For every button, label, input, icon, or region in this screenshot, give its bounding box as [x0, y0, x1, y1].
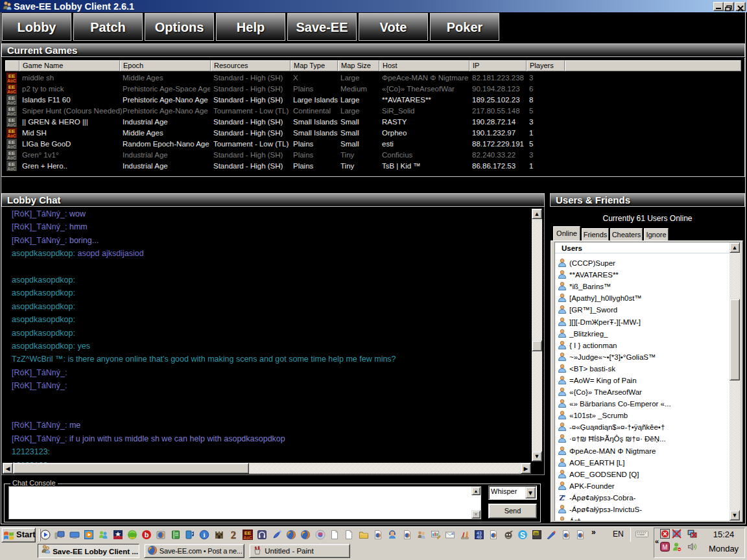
- svg-text:AoC: AoC: [7, 145, 16, 149]
- svg-text:AoC: AoC: [7, 100, 16, 105]
- svg-text:i: i: [203, 531, 205, 539]
- svg-text:AoC: AoC: [7, 134, 16, 138]
- svg-text:AoC: AoC: [7, 89, 16, 94]
- svg-text:AoC: AoC: [7, 156, 16, 160]
- svg-text:AoC: AoC: [7, 78, 16, 83]
- svg-text:AoC: AoC: [7, 167, 16, 171]
- svg-text:99: 99: [534, 531, 538, 535]
- svg-text:M: M: [662, 544, 667, 551]
- svg-text:z: z: [563, 493, 565, 498]
- svg-text:4D: 4D: [477, 535, 482, 540]
- svg-text:b: b: [145, 531, 149, 539]
- svg-text:AoC: AoC: [243, 535, 252, 540]
- svg-text:AoC: AoC: [7, 111, 16, 116]
- svg-text:S: S: [520, 531, 525, 540]
- svg-text:AoC: AoC: [7, 122, 16, 127]
- svg-text:2: 2: [231, 530, 236, 540]
